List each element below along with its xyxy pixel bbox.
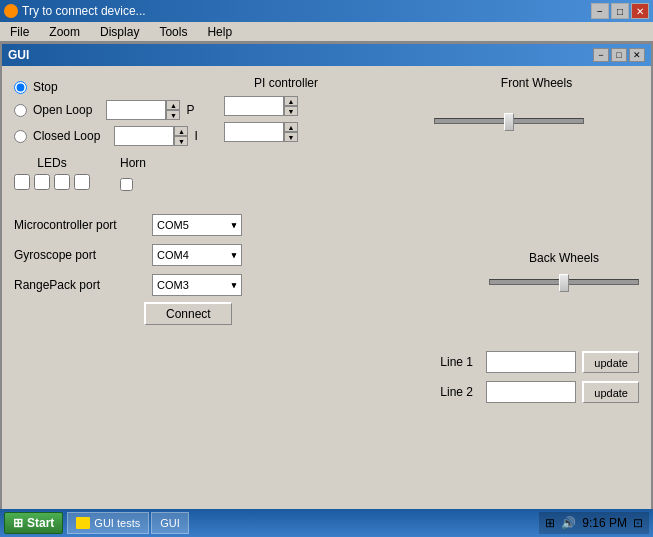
open-loop-down-btn[interactable]: ▼ [166, 110, 180, 120]
gui-content: Stop Open Loop 3000 ▲ ▼ P [2, 66, 651, 531]
led-checkbox-2[interactable] [34, 174, 50, 190]
menu-file[interactable]: File [4, 23, 35, 41]
front-wheels-slider-track [434, 118, 584, 124]
taskbar-item-gui-label: GUI [160, 517, 180, 529]
horn-group: Horn [120, 156, 146, 194]
open-loop-label: Open Loop [33, 103, 92, 117]
front-wheels-col: Front Wheels [434, 76, 639, 148]
pi-p-up-btn[interactable]: ▲ [284, 96, 298, 106]
closed-loop-input[interactable]: 0 [114, 126, 174, 146]
line1-label: Line 1 [440, 355, 480, 369]
back-wheels-section: Back Wheels [489, 251, 639, 293]
pi-p-spinbox: 10 ▲ ▼ [224, 96, 298, 116]
menu-display[interactable]: Display [94, 23, 145, 41]
closed-loop-up-btn[interactable]: ▲ [174, 126, 188, 136]
led-checkbox-3[interactable] [54, 174, 70, 190]
pi-i-input[interactable]: 10 [224, 122, 284, 142]
gui-maximize-button[interactable]: □ [611, 48, 627, 62]
taskbar-item-gui-tests[interactable]: GUI tests [67, 512, 149, 534]
control-mode: Stop Open Loop 3000 ▲ ▼ P [14, 80, 214, 146]
start-label: Start [27, 516, 54, 530]
network-icon: ⊞ [545, 516, 555, 530]
leds-label: LEDs [14, 156, 90, 170]
volume-icon: 🔊 [561, 516, 576, 530]
front-wheels-label: Front Wheels [434, 76, 639, 90]
gui-close-button[interactable]: ✕ [629, 48, 645, 62]
gui-title-bar: GUI − □ ✕ [2, 44, 651, 66]
left-col: Stop Open Loop 3000 ▲ ▼ P [14, 76, 214, 148]
line2-label: Line 2 [440, 385, 480, 399]
horn-checkbox-row [120, 178, 146, 194]
maximize-button[interactable]: □ [611, 3, 629, 19]
rangepack-label: RangePack port [14, 278, 144, 292]
open-loop-suffix: P [186, 103, 194, 117]
gyroscope-select[interactable]: COM4 COM5 COM3 COM2 COM1 [152, 244, 242, 266]
gyroscope-select-wrapper: COM4 COM5 COM3 COM2 COM1 ▼ [152, 244, 242, 266]
start-button[interactable]: ⊞ Start [4, 512, 63, 534]
pi-p-input[interactable]: 10 [224, 96, 284, 116]
stop-label: Stop [33, 80, 58, 94]
pi-i-btns: ▲ ▼ [284, 122, 298, 142]
rangepack-select[interactable]: COM3 COM4 COM5 COM2 COM1 [152, 274, 242, 296]
menu-zoom[interactable]: Zoom [43, 23, 86, 41]
line1-row: Line 1 update [440, 351, 639, 373]
open-loop-spinbox: 3000 ▲ ▼ [106, 100, 180, 120]
rangepack-select-wrapper: COM3 COM4 COM5 COM2 COM1 ▼ [152, 274, 242, 296]
open-loop-up-btn[interactable]: ▲ [166, 100, 180, 110]
app-icon [4, 4, 18, 18]
back-wheels-slider-thumb[interactable] [559, 274, 569, 292]
open-loop-input[interactable]: 3000 [106, 100, 166, 120]
taskbar-item-gui[interactable]: GUI [151, 512, 189, 534]
close-button[interactable]: ✕ [631, 3, 649, 19]
taskbar-items: GUI tests GUI [67, 512, 188, 534]
system-tray: ⊞ 🔊 9:16 PM ⊡ [539, 512, 649, 534]
menu-tools[interactable]: Tools [153, 23, 193, 41]
line1-input[interactable] [486, 351, 576, 373]
microcontroller-select[interactable]: COM5 COM4 COM3 COM2 COM1 [152, 214, 242, 236]
pi-p-btns: ▲ ▼ [284, 96, 298, 116]
pi-i-spinbox: 10 ▲ ▼ [224, 122, 298, 142]
main-window: GUI − □ ✕ Stop Open Loop [0, 42, 653, 533]
horn-checkbox[interactable] [120, 178, 133, 191]
pi-p-down-btn[interactable]: ▼ [284, 106, 298, 116]
gui-title-controls: − □ ✕ [593, 48, 645, 62]
line2-update-button[interactable]: update [582, 381, 639, 403]
start-icon: ⊞ [13, 516, 23, 530]
pi-col: PI controller 10 ▲ ▼ 10 ▲ [214, 76, 434, 148]
closed-loop-row: Closed Loop 0 ▲ ▼ I [14, 126, 214, 146]
tray-icon: ⊡ [633, 516, 643, 530]
leds-group: LEDs [14, 156, 90, 194]
horn-label: Horn [120, 156, 146, 170]
pi-i-up-btn[interactable]: ▲ [284, 122, 298, 132]
closed-loop-down-btn[interactable]: ▼ [174, 136, 188, 146]
title-bar-text: Try to connect device... [22, 4, 146, 18]
microcontroller-row: Microcontroller port COM5 COM4 COM3 COM2… [14, 214, 639, 236]
microcontroller-label: Microcontroller port [14, 218, 144, 232]
line1-update-button[interactable]: update [582, 351, 639, 373]
stop-row: Stop [14, 80, 214, 94]
front-wheels-slider-thumb[interactable] [504, 113, 514, 131]
pi-i-down-btn[interactable]: ▼ [284, 132, 298, 142]
line2-input[interactable] [486, 381, 576, 403]
leds-checkboxes [14, 174, 90, 190]
led-checkbox-1[interactable] [14, 174, 30, 190]
menu-help[interactable]: Help [201, 23, 238, 41]
connect-button[interactable]: Connect [144, 302, 232, 325]
led-checkbox-4[interactable] [74, 174, 90, 190]
taskbar-item-gui-tests-label: GUI tests [94, 517, 140, 529]
gyroscope-label: Gyroscope port [14, 248, 144, 262]
taskbar: ⊞ Start GUI tests GUI ⊞ 🔊 9:16 PM ⊡ [0, 509, 653, 537]
open-loop-spinbox-btns: ▲ ▼ [166, 100, 180, 120]
open-loop-row: Open Loop 3000 ▲ ▼ P [14, 100, 214, 120]
title-bar-left: Try to connect device... [4, 4, 146, 18]
open-loop-radio[interactable] [14, 104, 27, 117]
closed-loop-radio[interactable] [14, 130, 27, 143]
leds-horn-section: LEDs Horn [14, 156, 639, 194]
title-bar-controls: − □ ✕ [591, 3, 649, 19]
stop-radio[interactable] [14, 81, 27, 94]
pi-controller-label: PI controller [254, 76, 434, 90]
clock: 9:16 PM [582, 516, 627, 530]
gui-minimize-button[interactable]: − [593, 48, 609, 62]
minimize-button[interactable]: − [591, 3, 609, 19]
gui-title: GUI [8, 48, 29, 62]
